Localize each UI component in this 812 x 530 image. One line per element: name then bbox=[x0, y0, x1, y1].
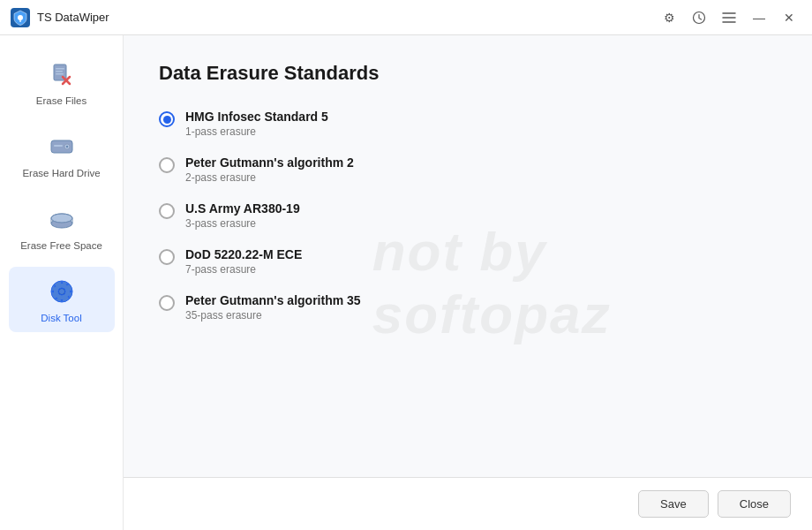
sidebar: Erase Files Erase Hard Drive bbox=[0, 35, 124, 530]
standard-desc-peter35: 35-pass erasure bbox=[185, 309, 361, 322]
standard-option-dod[interactable]: DoD 5220.22-M ECE7-pass erasure bbox=[159, 247, 777, 276]
standard-desc-hmg: 1-pass erasure bbox=[185, 125, 328, 138]
minimize-button[interactable]: — bbox=[747, 5, 771, 30]
settings-button[interactable]: ⚙ bbox=[657, 5, 681, 30]
radio-army[interactable] bbox=[159, 203, 175, 219]
radio-peter2[interactable] bbox=[159, 157, 175, 173]
sidebar-item-erase-free-space[interactable]: Erase Free Space bbox=[9, 194, 115, 260]
app-icon bbox=[11, 8, 30, 27]
erase-files-label: Erase Files bbox=[36, 95, 87, 106]
standard-name-army: U.S Army AR380-19 bbox=[185, 201, 300, 216]
standard-desc-army: 3-pass erasure bbox=[185, 217, 300, 230]
standard-desc-peter2: 2-pass erasure bbox=[185, 171, 354, 184]
standard-option-army[interactable]: U.S Army AR380-193-pass erasure bbox=[159, 201, 777, 230]
svg-rect-2 bbox=[19, 19, 20, 22]
sidebar-item-erase-files[interactable]: Erase Files bbox=[9, 49, 115, 115]
svg-point-19 bbox=[59, 289, 64, 294]
standard-name-hmg: HMG Infosec Standard 5 bbox=[185, 110, 328, 124]
svg-point-16 bbox=[51, 214, 72, 223]
close-button-footer[interactable]: Close bbox=[718, 490, 791, 518]
title-bar: TS DataWiper ⚙ — ✕ bbox=[0, 0, 812, 35]
save-button[interactable]: Save bbox=[638, 490, 709, 518]
menu-button[interactable] bbox=[717, 5, 741, 30]
standard-text-army: U.S Army AR380-193-pass erasure bbox=[185, 201, 300, 230]
standard-option-peter35[interactable]: Peter Gutmann's algorithm 3535-pass eras… bbox=[159, 293, 777, 322]
main-layout: Erase Files Erase Hard Drive bbox=[0, 35, 812, 530]
radio-inner-hmg bbox=[163, 116, 171, 124]
radio-peter35[interactable] bbox=[159, 295, 175, 311]
disk-tool-icon bbox=[46, 276, 78, 307]
app-title: TS DataWiper bbox=[37, 11, 109, 24]
sidebar-item-disk-tool[interactable]: Disk Tool bbox=[9, 267, 115, 332]
title-bar-left: TS DataWiper bbox=[11, 8, 109, 27]
sidebar-item-erase-hard-drive[interactable]: Erase Hard Drive bbox=[9, 122, 115, 187]
standards-list: HMG Infosec Standard 51-pass erasurePete… bbox=[159, 110, 777, 322]
content-inner: Data Erasure Standards HMG Infosec Stand… bbox=[124, 35, 812, 477]
svg-point-13 bbox=[65, 146, 67, 148]
standard-text-hmg: HMG Infosec Standard 51-pass erasure bbox=[185, 110, 328, 138]
standard-text-peter2: Peter Gutmann's algorithm 22-pass erasur… bbox=[185, 155, 354, 184]
content-area: not bysoftopaz Data Erasure Standards HM… bbox=[124, 35, 812, 530]
svg-rect-9 bbox=[56, 71, 63, 72]
erase-hard-drive-label: Erase Hard Drive bbox=[22, 168, 100, 178]
history-button[interactable] bbox=[687, 5, 711, 30]
standard-text-dod: DoD 5220.22-M ECE7-pass erasure bbox=[185, 247, 302, 276]
erase-free-space-label: Erase Free Space bbox=[20, 240, 102, 251]
erase-free-space-icon bbox=[46, 203, 78, 235]
title-bar-controls: ⚙ — ✕ bbox=[657, 5, 801, 30]
svg-rect-8 bbox=[56, 68, 64, 70]
footer: Save Close bbox=[124, 477, 812, 530]
close-button[interactable]: ✕ bbox=[777, 5, 801, 30]
hamburger-icon bbox=[722, 11, 736, 24]
standard-desc-dod: 7-pass erasure bbox=[185, 263, 302, 276]
standard-text-peter35: Peter Gutmann's algorithm 3535-pass eras… bbox=[185, 293, 361, 322]
standard-option-peter2[interactable]: Peter Gutmann's algorithm 22-pass erasur… bbox=[159, 155, 777, 184]
erase-files-icon bbox=[46, 58, 78, 90]
erase-hard-drive-icon bbox=[46, 131, 78, 163]
svg-rect-10 bbox=[56, 73, 64, 75]
page-title: Data Erasure Standards bbox=[159, 62, 777, 85]
standard-name-dod: DoD 5220.22-M ECE bbox=[185, 247, 302, 261]
standard-name-peter2: Peter Gutmann's algorithm 2 bbox=[185, 155, 354, 170]
svg-rect-14 bbox=[54, 145, 63, 147]
disk-tool-label: Disk Tool bbox=[41, 313, 81, 323]
clock-icon bbox=[692, 11, 706, 25]
standard-name-peter35: Peter Gutmann's algorithm 35 bbox=[185, 293, 361, 307]
radio-dod[interactable] bbox=[159, 249, 175, 265]
radio-hmg[interactable] bbox=[159, 111, 175, 127]
standard-option-hmg[interactable]: HMG Infosec Standard 51-pass erasure bbox=[159, 110, 777, 138]
